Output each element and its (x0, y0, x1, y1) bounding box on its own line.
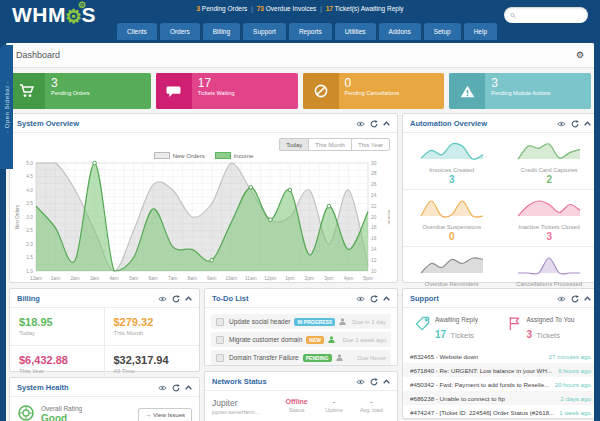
nav-orders[interactable]: Orders (160, 23, 200, 40)
stat-value: 0 (345, 77, 400, 90)
svg-text:4.5: 4.5 (26, 174, 33, 179)
svg-text:22: 22 (371, 204, 377, 209)
system-overview-chart: 5.04.54.03.53.02.52.01.51.03028262422201… (14, 160, 390, 284)
ban-icon (303, 73, 339, 109)
overdue-invoices-label[interactable]: Overdue Invoices (266, 5, 317, 12)
todo-checkbox[interactable] (216, 354, 224, 362)
view-issues-button[interactable]: → View Issues (138, 408, 192, 421)
ticket-row[interactable]: #450342 - Fwd: Payment to add funds to R… (403, 377, 594, 391)
sparkline (516, 139, 582, 161)
main-nav: Clients Orders Billing Support Reports U… (117, 23, 500, 40)
hide-panel-eye-icon[interactable] (557, 121, 566, 127)
tickets-awaiting-label[interactable]: Ticket(s) Awaiting Reply (335, 5, 404, 12)
range-this-month-button[interactable]: This Month (308, 138, 352, 151)
assigned-count: 3 (526, 329, 532, 340)
svg-text:New Orders: New Orders (15, 204, 20, 229)
search-input[interactable] (519, 12, 582, 19)
person-icon (339, 318, 346, 325)
column-label: Uptime (315, 407, 352, 413)
nav-addons[interactable]: Addons (379, 23, 421, 40)
todo-checkbox[interactable] (216, 336, 224, 344)
warning-icon (449, 73, 485, 109)
search-box[interactable] (504, 7, 588, 23)
collapse-chevron-up-icon[interactable] (584, 296, 591, 301)
status-badge: IN PROGRESS (294, 318, 335, 326)
ticket-row[interactable]: #474247 - [Ticket ID: 224546] Order Stat… (403, 405, 594, 419)
billing-month-amount: $279.32 (114, 316, 191, 328)
open-sidebar-tab[interactable]: · Open Sidebar · (0, 45, 13, 169)
ticket-row[interactable]: #686238 - Unable to connect to ftp2 days… (403, 391, 594, 405)
refresh-icon[interactable] (370, 378, 378, 386)
svg-text:12am: 12am (30, 276, 42, 281)
sparkline (419, 196, 485, 218)
hide-panel-eye-icon[interactable] (356, 379, 365, 385)
hide-panel-eye-icon[interactable] (557, 296, 566, 302)
collapse-chevron-up-icon[interactable] (383, 121, 390, 126)
range-today-button[interactable]: Today (279, 138, 309, 151)
tickets-waiting-card[interactable]: 17Tickets Waiting (156, 73, 298, 109)
refresh-icon[interactable] (370, 295, 378, 303)
tickets-awaiting-count[interactable]: 17 (326, 5, 333, 12)
nav-billing[interactable]: Billing (203, 23, 240, 40)
svg-text:Income: Income (387, 210, 390, 225)
top-bar: WHM⚙⚙S 3 Pending Orders | 73 Overdue Inv… (0, 0, 600, 40)
todo-item[interactable]: Domain Transfer Failure PENDING Due Neve… (211, 350, 391, 365)
range-this-year-button[interactable]: This Year (351, 138, 390, 151)
billing-label: This Month (114, 330, 191, 336)
refresh-icon[interactable] (370, 120, 378, 128)
svg-text:1.0: 1.0 (26, 269, 33, 274)
hide-panel-eye-icon[interactable] (158, 385, 167, 391)
svg-text:5am: 5am (129, 276, 138, 281)
svg-text:3am: 3am (90, 276, 99, 281)
nav-reports[interactable]: Reports (289, 23, 332, 40)
pending-cancellations-card[interactable]: 0Pending Cancellations (303, 73, 445, 109)
todo-checkbox[interactable] (216, 318, 224, 326)
collapse-chevron-up-icon[interactable] (383, 296, 390, 301)
svg-text:2.0: 2.0 (26, 242, 33, 247)
column-label: Avg. load (353, 407, 390, 413)
nav-utilities[interactable]: Utilities (335, 23, 376, 40)
pending-orders-card[interactable]: 3Pending Orders (9, 73, 151, 109)
support-panel: Support Awaiting Reply17 Tickets Assig (402, 288, 594, 419)
billing-year-amount: $6,432.88 (19, 354, 95, 366)
pending-orders-label[interactable]: Pending Orders (202, 5, 248, 12)
page-title: Dashboard (16, 50, 60, 60)
refresh-icon[interactable] (172, 384, 180, 392)
network-status-panel: Network Status Jupiter jupiter.serverfar… (204, 371, 398, 421)
collapse-chevron-up-icon[interactable] (383, 379, 390, 384)
refresh-icon[interactable] (172, 295, 180, 303)
server-name: Jupiter (212, 398, 278, 408)
server-status-value: Offline (278, 398, 315, 405)
svg-text:5.0: 5.0 (26, 161, 33, 166)
refresh-icon[interactable] (571, 120, 579, 128)
hide-panel-eye-icon[interactable] (158, 296, 167, 302)
dashboard-settings-gear-icon[interactable]: ⚙ (576, 51, 584, 60)
todo-list-panel: To-Do List Update social header (204, 288, 398, 366)
panel-title: System Health (17, 383, 69, 392)
nav-setup[interactable]: Setup (424, 23, 461, 40)
automation-stat: Inactive Tickets Closed3 (500, 190, 594, 247)
collapse-chevron-up-icon[interactable] (584, 121, 591, 126)
pending-module-actions-card[interactable]: 3Pending Module Actions (449, 73, 591, 109)
overdue-invoices-count[interactable]: 73 (257, 5, 264, 12)
ticket-row[interactable]: #671840 - Re: URGENT: Low balance in you… (403, 363, 594, 377)
pending-orders-count[interactable]: 3 (196, 5, 200, 12)
automation-grid: Invoices Created3 Credit Card Captures2 … (403, 133, 594, 304)
nav-clients[interactable]: Clients (117, 23, 157, 40)
nav-help[interactable]: Help (464, 23, 497, 40)
legend-income: Income (234, 153, 254, 159)
collapse-chevron-up-icon[interactable] (185, 296, 192, 301)
panel-title: To-Do List (212, 294, 249, 303)
svg-text:10: 10 (371, 269, 377, 274)
hide-panel-eye-icon[interactable] (356, 296, 365, 302)
todo-item[interactable]: Update social header IN PROGRESS Due in … (211, 314, 391, 329)
flag-icon (508, 316, 521, 335)
ticket-row[interactable]: #832465 - Website down27 minutes ago (403, 349, 594, 363)
server-status-row[interactable]: Jupiter jupiter.serverfarm... OfflineSta… (205, 391, 397, 421)
refresh-icon[interactable] (571, 295, 579, 303)
nav-support[interactable]: Support (243, 23, 286, 40)
todo-item[interactable]: Migrate customer domain NEW Due 1 week a… (211, 332, 391, 347)
collapse-chevron-up-icon[interactable] (185, 385, 192, 390)
hide-panel-eye-icon[interactable] (356, 121, 365, 127)
server-load-value: - (353, 398, 390, 405)
